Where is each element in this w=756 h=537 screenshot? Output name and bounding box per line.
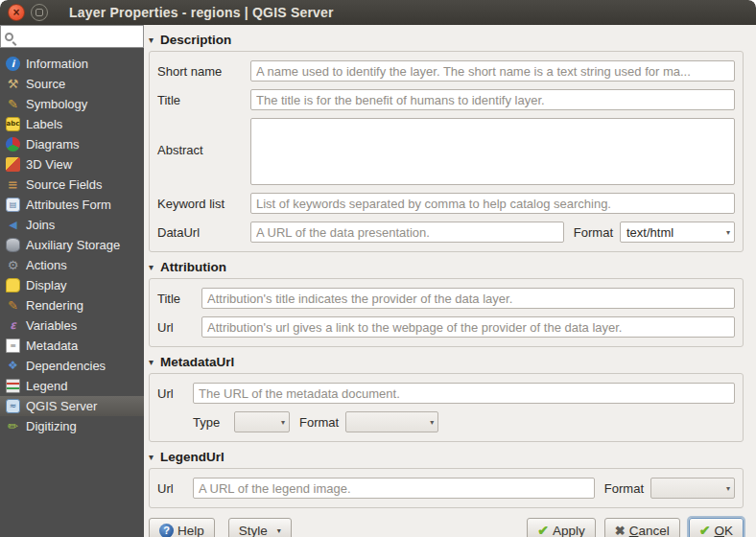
dataurl-label: DataUrl — [157, 225, 250, 240]
variables-icon: ε — [6, 318, 20, 333]
close-icon: × — [9, 5, 24, 20]
sidebar-item-legend[interactable]: Legend — [0, 376, 144, 396]
dataurl-input[interactable] — [250, 222, 564, 243]
section-title: LegendUrl — [160, 450, 224, 464]
ok-check-icon: ✔ — [699, 523, 711, 537]
sidebar-item-3d-view[interactable]: 3D View — [0, 154, 144, 175]
legendurl-format-select[interactable]: ▾ — [650, 478, 735, 499]
chevron-down-icon: ▾ — [721, 484, 730, 493]
maximize-button[interactable] — [31, 4, 48, 21]
metadataurl-type-select[interactable]: ▾ — [234, 411, 290, 432]
display-icon — [6, 278, 20, 292]
metadata-icon: ≡ — [6, 339, 20, 353]
cancel-x-icon: ✖ — [615, 524, 626, 537]
sidebar-item-digitizing[interactable]: ✏Digitizing — [0, 416, 144, 436]
sidebar-item-actions[interactable]: ⚙Actions — [0, 255, 144, 275]
cancel-button[interactable]: ✖ Cancel — [604, 518, 680, 537]
chevron-down-icon: ▾ — [275, 418, 285, 427]
properties-nav: iInformation ⚒Source ✎Symbology abcLabel… — [0, 48, 144, 537]
search-icon — [5, 33, 13, 41]
section-description-header[interactable]: ▾ Description — [149, 31, 744, 49]
rendering-icon: ✎ — [6, 298, 20, 313]
legendurl-url-input[interactable] — [193, 478, 595, 499]
sidebar-item-source[interactable]: ⚒Source — [0, 74, 144, 94]
help-button[interactable]: ? Help — [149, 518, 215, 537]
sidebar-item-display[interactable]: Display — [0, 275, 144, 295]
dialog-button-bar: ? Help Style ▾ ✔ Apply ✖ Cancel ✔ — [149, 512, 744, 537]
style-button[interactable]: Style ▾ — [228, 518, 292, 537]
apply-check-icon: ✔ — [537, 523, 549, 537]
sidebar-item-auxiliary-storage[interactable]: Auxiliary Storage — [0, 235, 144, 255]
qgis-server-page: ▾ Description Short name Title Abstract — [144, 25, 756, 537]
section-description: ▾ Description Short name Title Abstract — [149, 29, 744, 252]
sidebar-item-symbology[interactable]: ✎Symbology — [0, 94, 144, 114]
diagrams-icon — [6, 137, 20, 152]
legendurl-url-label: Url — [157, 481, 193, 496]
sidebar-item-rendering[interactable]: ✎Rendering — [0, 295, 144, 315]
title-bar: × Layer Properties - regions | QGIS Serv… — [0, 0, 756, 25]
abstract-label: Abstract — [157, 118, 250, 185]
keyword-list-input[interactable] — [250, 193, 735, 214]
apply-button[interactable]: ✔ Apply — [527, 518, 596, 537]
sidebar-item-dependencies[interactable]: ❖Dependencies — [0, 356, 144, 376]
maximize-icon — [35, 9, 43, 16]
joins-icon: ◀ — [6, 218, 20, 232]
section-title: Description — [160, 33, 231, 47]
sidebar-item-metadata[interactable]: ≡Metadata — [0, 336, 144, 356]
dataurl-format-select[interactable]: text/html ▾ — [620, 222, 735, 243]
dataurl-format-label: Format — [574, 225, 613, 240]
attributes-form-icon: ▤ — [6, 198, 20, 212]
sidebar-search — [0, 25, 144, 48]
selected-value: text/html — [626, 225, 673, 240]
section-legendurl: ▾ LegendUrl Url Format ▾ — [149, 446, 744, 508]
qgis-server-icon: ≈ — [6, 399, 20, 413]
digitizing-icon: ✏ — [6, 419, 20, 433]
attribution-url-label: Url — [157, 320, 201, 335]
sidebar-item-variables[interactable]: εVariables — [0, 315, 144, 336]
sidebar-item-diagrams[interactable]: Diagrams — [0, 134, 144, 154]
sidebar-item-qgis-server[interactable]: ≈QGIS Server — [0, 396, 144, 416]
title-input[interactable] — [250, 89, 735, 110]
information-icon: i — [6, 57, 20, 71]
collapse-icon: ▾ — [149, 262, 160, 272]
sidebar-item-attributes-form[interactable]: ▤Attributes Form — [0, 195, 144, 215]
symbology-icon: ✎ — [6, 97, 20, 111]
attribution-title-input[interactable] — [201, 288, 735, 309]
attribution-title-label: Title — [157, 292, 201, 306]
3d-view-icon — [6, 157, 20, 172]
metadataurl-format-label: Format — [299, 415, 339, 430]
search-input[interactable] — [17, 30, 139, 43]
ok-button[interactable]: ✔ OK — [689, 518, 744, 537]
sidebar-item-joins[interactable]: ◀Joins — [0, 215, 144, 235]
abstract-textarea[interactable] — [250, 118, 735, 185]
layer-properties-dialog: × Layer Properties - regions | QGIS Serv… — [0, 0, 756, 537]
section-attribution: ▾ Attribution Title Url — [149, 256, 744, 347]
close-button[interactable]: × — [8, 4, 25, 21]
collapse-icon: ▾ — [149, 452, 160, 462]
source-fields-icon: ≡ — [6, 177, 20, 192]
chevron-down-icon: ▾ — [721, 228, 730, 237]
metadataurl-url-input[interactable] — [193, 383, 735, 404]
section-title: Attribution — [160, 260, 226, 274]
section-title: MetadataUrl — [160, 355, 234, 369]
labels-icon: abc — [6, 117, 20, 131]
help-icon: ? — [159, 524, 174, 537]
window-title: Layer Properties - regions | QGIS Server — [69, 5, 334, 20]
legendurl-format-label: Format — [604, 481, 644, 496]
collapse-icon: ▾ — [149, 357, 160, 367]
section-attribution-header[interactable]: ▾ Attribution — [149, 258, 744, 276]
metadataurl-format-select[interactable]: ▾ — [345, 411, 438, 432]
attribution-url-input[interactable] — [201, 316, 735, 338]
section-metadataurl: ▾ MetadataUrl Url Type ▾ Format — [149, 351, 744, 442]
short-name-input[interactable] — [250, 60, 735, 82]
metadataurl-url-label: Url — [157, 386, 193, 401]
section-legendurl-header[interactable]: ▾ LegendUrl — [149, 448, 744, 466]
section-metadataurl-header[interactable]: ▾ MetadataUrl — [149, 353, 744, 371]
title-label: Title — [157, 93, 250, 107]
sidebar-item-labels[interactable]: abcLabels — [0, 114, 144, 134]
sidebar-item-information[interactable]: iInformation — [0, 54, 144, 74]
chevron-down-icon: ▾ — [277, 526, 281, 535]
sidebar-item-source-fields[interactable]: ≡Source Fields — [0, 175, 144, 195]
metadataurl-type-label: Type — [193, 415, 234, 430]
short-name-label: Short name — [157, 64, 250, 79]
